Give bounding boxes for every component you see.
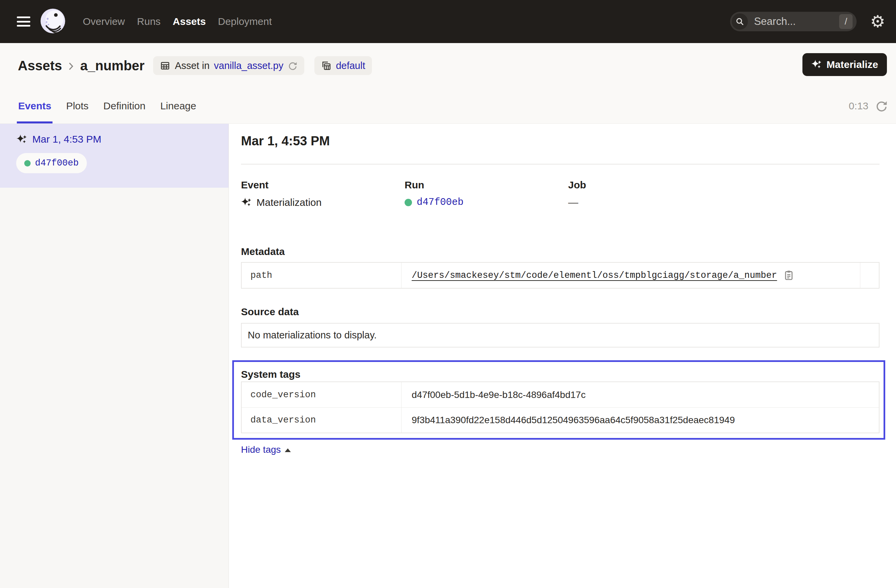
run-id-pill[interactable]: d47f00eb <box>16 153 87 173</box>
metadata-table: path /Users/smackesey/stm/code/elementl/… <box>241 262 879 289</box>
primary-nav: Overview Runs Assets Deployment <box>83 16 272 27</box>
tab-definition[interactable]: Definition <box>102 88 147 123</box>
table-row: path /Users/smackesey/stm/code/elementl/… <box>242 263 879 288</box>
materialization-sparkle-icon <box>16 134 27 145</box>
nav-item-overview[interactable]: Overview <box>83 16 125 27</box>
job-label: Job <box>568 179 732 191</box>
system-tag-key: data_version <box>242 408 402 433</box>
hide-tags-link[interactable]: Hide tags <box>241 444 291 455</box>
tab-plots[interactable]: Plots <box>65 88 90 123</box>
metadata-action-cell <box>860 263 879 288</box>
event-label: Event <box>241 179 405 191</box>
metadata-title: Metadata <box>241 246 879 257</box>
top-nav: Overview Runs Assets Deployment Search..… <box>0 0 896 43</box>
search-placeholder: Search... <box>754 15 839 27</box>
event-date-row: Mar 1, 4:53 PM <box>16 134 229 145</box>
nav-right: Search... / ⚙ <box>730 12 888 31</box>
run-label: Run <box>405 179 568 191</box>
dagster-asset-page: Overview Runs Assets Deployment Search..… <box>0 0 896 588</box>
event-detail-heading: Mar 1, 4:53 PM <box>241 134 879 148</box>
nav-item-runs[interactable]: Runs <box>137 16 160 27</box>
menu-icon[interactable] <box>17 17 30 27</box>
run-id-link[interactable]: d47f00eb <box>417 197 463 208</box>
chevron-up-icon <box>285 448 291 452</box>
repository-link[interactable]: default <box>336 60 365 71</box>
asset-grid-icon <box>160 61 170 71</box>
page-header: Assets a_number Asset in vanilla_asset.p… <box>0 43 896 88</box>
code-location-prefix: Asset in <box>175 60 209 71</box>
event-type-value: Materialization <box>256 197 322 208</box>
repo-grid-icon <box>321 61 332 71</box>
system-tags-title: System tags <box>241 369 879 380</box>
materialize-button[interactable]: Materialize <box>802 53 887 76</box>
search-icon <box>732 14 748 30</box>
system-tags-table: code_version d47f00eb-5d1b-4e9e-b18c-489… <box>241 381 879 433</box>
system-tag-key: code_version <box>242 382 402 407</box>
system-tag-value: d47f00eb-5d1b-4e9e-b18c-4896af4bd17c <box>402 382 879 407</box>
source-data-title: Source data <box>241 306 879 318</box>
refresh-controls: 0:13 <box>849 100 888 112</box>
breadcrumb-assets-link[interactable]: Assets <box>18 58 62 73</box>
nav-item-assets[interactable]: Assets <box>173 16 206 27</box>
run-status-dot <box>24 160 30 167</box>
materialization-sparkle-icon <box>241 197 252 208</box>
tab-bar: Events Plots Definition Lineage 0:13 <box>0 88 896 124</box>
breadcrumb-asset-name: a_number <box>80 58 145 73</box>
materialize-label: Materialize <box>827 59 878 70</box>
reload-code-location-icon[interactable] <box>288 61 297 71</box>
code-location-badge: Asset in vanilla_asset.py <box>153 56 304 75</box>
source-data-empty-message: No materializations to display. <box>248 330 376 341</box>
system-tag-value: 9f3b411a390fd22e158d446d5d12504963596aa6… <box>402 408 879 433</box>
refresh-icon[interactable] <box>875 100 888 112</box>
system-tags-section: System tags code_version d47f00eb-5d1b-4… <box>241 369 879 433</box>
source-data-section: Source data No materializations to displ… <box>241 306 879 348</box>
job-empty-value: — <box>568 197 578 208</box>
metadata-key: path <box>242 263 402 288</box>
system-tags-highlight-box: System tags code_version d47f00eb-5d1b-4… <box>232 360 885 440</box>
event-list-sidebar: Mar 1, 4:53 PM d47f00eb <box>0 124 229 588</box>
job-column: Job — <box>568 179 732 208</box>
event-column: Event Materialization <box>241 179 405 208</box>
nav-item-deployment[interactable]: Deployment <box>218 16 272 27</box>
search-shortcut-badge: / <box>839 14 853 29</box>
gear-icon[interactable]: ⚙ <box>870 13 885 30</box>
metadata-section: Metadata path /Users/smackesey/stm/code/… <box>241 246 879 289</box>
search-input[interactable]: Search... / <box>730 12 856 31</box>
metadata-path-link[interactable]: /Users/smackesey/stm/code/elementl/oss/t… <box>411 270 777 281</box>
table-row: code_version d47f00eb-5d1b-4e9e-b18c-489… <box>242 382 879 407</box>
copy-icon[interactable] <box>783 270 794 281</box>
code-location-file-link[interactable]: vanilla_asset.py <box>214 60 283 71</box>
tab-lineage[interactable]: Lineage <box>159 88 198 123</box>
refresh-countdown: 0:13 <box>849 100 869 112</box>
tab-events[interactable]: Events <box>17 88 52 123</box>
dagster-logo-icon[interactable] <box>40 8 66 35</box>
event-detail-panel: Mar 1, 4:53 PM Event Materialization Run <box>229 124 896 588</box>
hide-tags-label: Hide tags <box>241 444 281 455</box>
run-column: Run d47f00eb <box>405 179 568 208</box>
table-row: data_version 9f3b411a390fd22e158d446d5d1… <box>242 407 879 433</box>
divider <box>241 164 879 164</box>
source-data-empty-box: No materializations to display. <box>241 323 879 348</box>
run-status-dot <box>405 199 412 206</box>
event-list-item-selected[interactable]: Mar 1, 4:53 PM d47f00eb <box>0 124 229 188</box>
breadcrumb-chevron-icon <box>66 61 76 71</box>
event-info-columns: Event Materialization Run d47f00eb <box>241 179 879 208</box>
event-timestamp: Mar 1, 4:53 PM <box>32 134 101 145</box>
run-id-label: d47f00eb <box>35 158 79 168</box>
content-area: Mar 1, 4:53 PM d47f00eb Mar 1, 4:53 PM E… <box>0 124 896 588</box>
sparkle-icon <box>811 59 822 70</box>
repository-badge: default <box>314 56 372 75</box>
